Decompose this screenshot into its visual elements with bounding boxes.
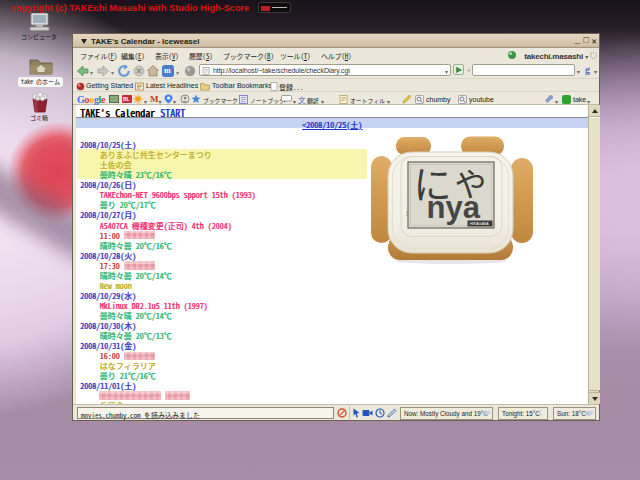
svg-text:nya: nya	[427, 190, 481, 225]
svg-text:HIRAGANA: HIRAGANA	[470, 222, 489, 226]
